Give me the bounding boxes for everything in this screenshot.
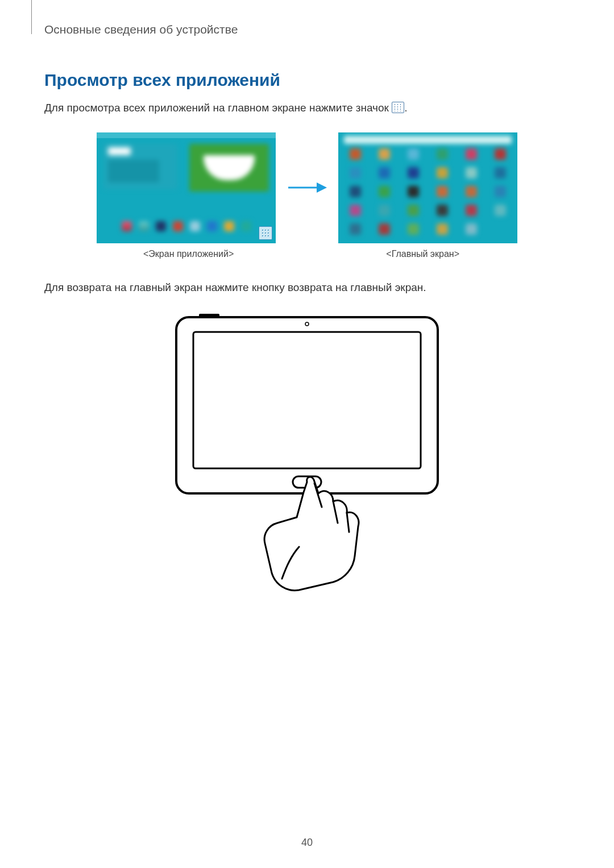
header-rule (31, 0, 32, 34)
svg-rect-3 (199, 314, 219, 317)
page-header: Основные сведения об устройстве (44, 17, 570, 36)
caption-right: <Главный экран> (386, 249, 459, 259)
intro-text-pre: Для просмотра всех приложений на главном… (44, 102, 392, 114)
caption-left: <Экран приложений> (143, 249, 234, 259)
page-number: 40 (0, 837, 614, 849)
intro-paragraph: Для просмотра всех приложений на главном… (44, 100, 570, 117)
svg-rect-5 (193, 332, 421, 468)
apps-grid-icon (392, 102, 404, 113)
apps-screen-thumbnail (338, 132, 517, 243)
intro-text-post: . (404, 102, 407, 114)
section-title: Просмотр всех приложений (44, 70, 570, 90)
return-paragraph: Для возврата на главный экран нажмите кн… (44, 280, 570, 296)
apps-button-highlight (259, 226, 272, 240)
svg-marker-1 (317, 182, 327, 193)
arrow-right-icon (287, 179, 327, 196)
figure-row (56, 132, 558, 243)
tablet-illustration (44, 312, 570, 596)
figure-captions: <Экран приложений> <Главный экран> (44, 249, 570, 259)
home-screen-thumbnail (97, 132, 276, 243)
